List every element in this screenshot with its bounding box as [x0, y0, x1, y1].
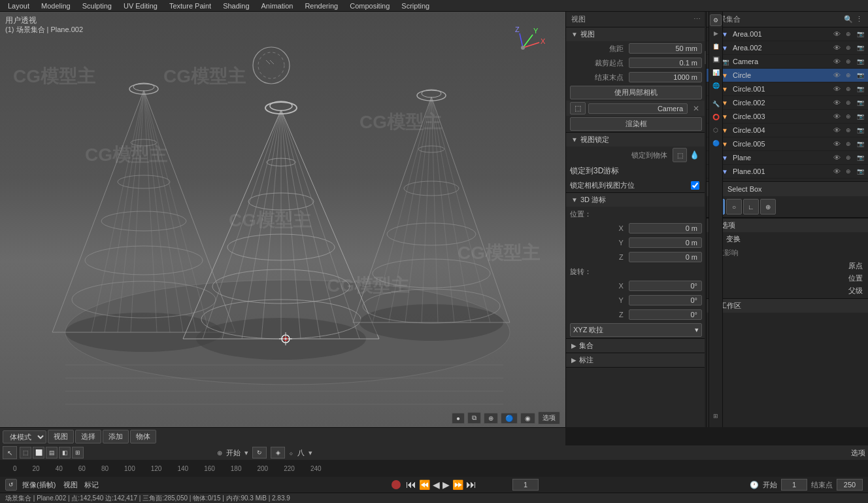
pb-record-btn[interactable] [392, 480, 401, 489]
outliner-item-circle002[interactable]: ▼ Circle.002 👁 ⊕ 📷 [707, 96, 868, 110]
menu-compositing[interactable]: Compositing [344, 2, 395, 10]
plane001-vis[interactable]: ⊕ [843, 166, 854, 177]
outliner-item-area002[interactable]: ▼ Area.002 👁 ⊕ 📷 [707, 41, 868, 55]
menu-animation[interactable]: Animation [256, 2, 299, 10]
outliner-item-plane001[interactable]: ▼ Plane.001 👁 ⊕ 📷 [707, 165, 868, 179]
icon-tab-8[interactable]: ⭕ [710, 111, 722, 123]
camera-render[interactable]: 📷 [855, 56, 865, 67]
view-lock-title[interactable]: ▼ 视图锁定 [566, 133, 706, 147]
clip-end-value[interactable]: 1000 m [629, 72, 702, 82]
view-btn[interactable]: 视图 [48, 430, 74, 443]
viewport-gizmo-btn[interactable]: ⊕ [484, 413, 498, 424]
workspace-title[interactable]: ▶ 工作区 [707, 299, 868, 313]
focal-length-value[interactable]: 50 mm [629, 43, 702, 54]
outliner-item-area001[interactable]: ▼ Area.001 👁 ⊕ 📷 [707, 27, 868, 41]
object-btn[interactable]: 物体 [130, 430, 156, 443]
select-other-tool[interactable]: ⊕ [760, 199, 776, 215]
tl-global-label[interactable]: 开始 [226, 448, 241, 458]
add-btn[interactable]: 添加 [103, 430, 129, 443]
render-frame-btn[interactable]: 渲染框 [570, 117, 702, 131]
circle004-vis[interactable]: ⊕ [843, 125, 854, 135]
icon-tab-1[interactable]: ⚙ [710, 14, 722, 26]
cursor-rz-value[interactable]: 0° [629, 309, 702, 320]
tl-tool-3[interactable]: ▤ [46, 447, 58, 459]
pb-prev-key[interactable]: ⏪ [419, 479, 430, 490]
outliner-item-circle001[interactable]: ▼ Circle.001 👁 ⊕ 📷 [707, 82, 868, 96]
camera-section-title[interactable]: ▼ 视图 [566, 27, 706, 41]
circle004-render[interactable]: 📷 [855, 125, 865, 135]
collections-title[interactable]: ▶ 集合 [566, 339, 706, 353]
pb-prev-frame[interactable]: ◀ [433, 479, 440, 490]
icon-tab-5[interactable]: 📊 [710, 67, 722, 78]
pb-loop-icon[interactable]: ↺ [5, 479, 17, 491]
outliner-filter-btn[interactable]: 🔍 [844, 15, 853, 24]
circle005-eye[interactable]: 👁 [831, 139, 842, 149]
icon-tab-10[interactable]: 🔵 [710, 137, 722, 149]
circle-render[interactable]: 📷 [855, 70, 865, 80]
lock-object-eyedropper[interactable]: 💧 [687, 150, 702, 160]
circle-vis[interactable]: ⊕ [843, 70, 854, 80]
pb-current-frame[interactable]: 1 [512, 479, 539, 491]
circle002-vis[interactable]: ⊕ [843, 97, 854, 108]
menu-sculpting[interactable]: Sculpting [77, 2, 117, 10]
area001-eye[interactable]: 👁 [831, 29, 842, 39]
pb-skip-start[interactable]: ⏮ [406, 479, 416, 491]
options-title[interactable]: ▼ 选项 [707, 218, 868, 232]
menu-layout[interactable]: Layout [3, 2, 35, 10]
menu-shading[interactable]: Shading [218, 2, 254, 10]
pb-end-frame[interactable]: 250 [837, 479, 863, 491]
plane001-render[interactable]: 📷 [855, 166, 865, 177]
outliner-item-circle[interactable]: ▼ Circle 👁 ⊕ 📷 [707, 69, 868, 82]
pb-start-frame[interactable]: 1 [781, 479, 807, 491]
viewport-overlay-btn[interactable]: ⧉ [467, 412, 481, 424]
circle001-render[interactable]: 📷 [855, 84, 865, 94]
area002-vis[interactable]: ⊕ [843, 43, 854, 53]
area001-vis[interactable]: ⊕ [843, 29, 854, 39]
tl-sync-btn[interactable]: ↻ [252, 447, 267, 459]
outliner-item-circle003[interactable]: ▼ Circle.003 👁 ⊕ 📷 [707, 110, 868, 124]
circle003-render[interactable]: 📷 [855, 111, 865, 122]
outliner-item-circle004[interactable]: ▼ Circle.004 👁 ⊕ 📷 [707, 124, 868, 137]
local-camera-value[interactable]: Camera [588, 103, 688, 114]
select-circle-tool[interactable]: ○ [726, 199, 742, 215]
area002-eye[interactable]: 👁 [831, 43, 842, 53]
camera-eye[interactable]: 👁 [831, 56, 842, 67]
camera-vis[interactable]: ⊕ [843, 56, 854, 67]
circle003-eye[interactable]: 👁 [831, 111, 842, 122]
cursor-rx-value[interactable]: 0° [629, 281, 702, 291]
icon-tab-11[interactable]: ⊞ [710, 410, 722, 422]
pb-marker-label[interactable]: 标记 [82, 480, 101, 490]
cursor-rotmode-select[interactable]: XYZ 欧拉 ▾ [570, 323, 702, 337]
timeline-track[interactable]: 0 20 40 60 80 100 120 140 160 180 200 22… [0, 460, 868, 477]
menu-texturepaint[interactable]: Texture Paint [164, 2, 216, 10]
circle003-vis[interactable]: ⊕ [843, 111, 854, 122]
cursor-x-value[interactable]: 0 m [629, 223, 702, 234]
lock-object-btn[interactable]: ⬚ [673, 148, 687, 162]
clip-start-value[interactable]: 0.1 m [629, 58, 702, 68]
local-camera-close[interactable]: ✕ [690, 104, 702, 113]
circle002-eye[interactable]: 👁 [831, 97, 842, 108]
circle004-eye[interactable]: 👁 [831, 125, 842, 135]
outliner-item-circle005[interactable]: ▼ Circle.005 👁 ⊕ 📷 [707, 137, 868, 151]
annotations-title[interactable]: ▶ 标注 [566, 353, 706, 367]
pb-next-frame[interactable]: ▶ [442, 479, 450, 490]
plane-render[interactable]: 📷 [855, 152, 865, 163]
pb-skip-end[interactable]: ⏭ [466, 479, 476, 491]
circle-eye[interactable]: 👁 [831, 70, 842, 80]
use-local-camera-btn[interactable]: 使用局部相机 [570, 86, 702, 99]
menu-rendering[interactable]: Rendering [299, 2, 343, 10]
tl-options-btn[interactable]: 选项 [851, 448, 865, 458]
circle005-vis[interactable]: ⊕ [843, 139, 854, 149]
plane001-eye[interactable]: 👁 [831, 166, 842, 177]
tl-tool-2[interactable]: ⬜ [33, 447, 44, 459]
pb-view-label[interactable]: 视图 [61, 480, 80, 490]
cursor-y-value[interactable]: 0 m [629, 237, 702, 248]
tl-tool-5[interactable]: ⊞ [72, 447, 84, 459]
circle005-render[interactable]: 📷 [855, 139, 865, 149]
pb-next-key[interactable]: ⏩ [452, 479, 463, 490]
lock-camera-checkbox[interactable] [691, 181, 699, 190]
tl-select-btn[interactable]: ↖ [3, 446, 17, 459]
cursor-z-value[interactable]: 0 m [629, 252, 702, 262]
select-btn[interactable]: 选择 [75, 430, 101, 443]
icon-tab-4[interactable]: 🔲 [710, 54, 722, 65]
